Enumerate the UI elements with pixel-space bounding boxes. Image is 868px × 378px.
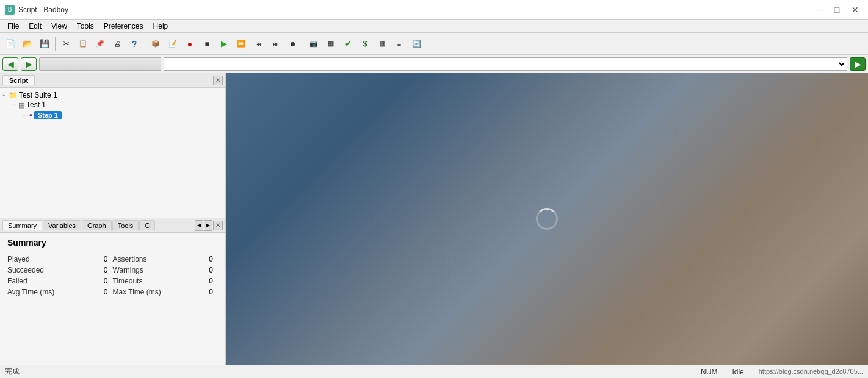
refresh-button[interactable]: 🔄 [408,36,424,52]
save-button[interactable]: 💾 [37,36,52,52]
summary-row-timeouts: Timeouts 0 [113,276,219,287]
expander-test1: − [12,102,18,108]
skip-button[interactable]: ⏭ [267,36,283,52]
new-button[interactable]: 📄 [2,36,18,52]
value-avgtime: 0 [96,288,108,296]
value-maxtime: 0 [201,288,213,296]
summary-row-warnings: Warnings 0 [113,265,219,276]
status-num: NUM [701,368,717,376]
bottom-tabs: Summary Variables Graph Tools C [2,220,156,231]
label-succeeded: Succeeded [7,266,44,274]
toolbar-sep-3 [303,37,303,51]
test1-label: Test 1 [26,101,46,109]
label-warnings: Warnings [113,266,143,274]
record-button[interactable]: ● [182,36,198,52]
tab-tools[interactable]: Tools [112,220,139,231]
value-played: 0 [96,255,108,263]
tab-c[interactable]: C [139,220,155,231]
tab-nav-left[interactable]: ◀ [195,220,203,231]
loading-spinner [536,208,558,230]
item9-button[interactable]: 📦 [148,36,164,52]
play-button[interactable]: ▶ [216,36,232,52]
bottom-panel: Summary Variables Graph Tools C ◀ ▶ ✕ Su… [0,218,225,365]
help-button[interactable]: ? [126,36,142,52]
nav-url-dropdown[interactable] [164,57,847,71]
tab-script[interactable]: Script [2,75,35,85]
label-failed: Failed [7,277,27,285]
dollar-button[interactable]: $ [357,36,373,52]
menu-preferences[interactable]: Preferences [99,21,148,32]
bottom-panel-header: Summary Variables Graph Tools C ◀ ▶ ✕ [0,218,225,233]
go-button[interactable]: ▶ [850,57,866,71]
script-panel-close[interactable]: ✕ [213,76,223,85]
print-button[interactable]: 🖨 [109,36,125,52]
menu-help[interactable]: Help [148,21,173,32]
nav-bar: ◀ ▶ ▶ [0,55,868,73]
maximize-button[interactable]: □ [829,4,845,16]
summary-right: Assertions 0 Warnings 0 Timeouts 0 Max [113,254,219,298]
app-icon: B [5,5,15,15]
tree-item-suite1[interactable]: − 📁 Test Suite 1 [2,90,223,100]
value-warnings: 0 [201,266,213,274]
summary-row-failed: Failed 0 [7,276,113,287]
summary-title: Summary [7,238,218,248]
step1-label[interactable]: Step 1 [34,111,62,119]
toolbar: 📄 📂 💾 ✂ 📋 📌 🖨 ? 📦 📝 ● ■ ▶ ⏩ ⏮ ⏭ ⏺ 📷 ▦ ✔ … [0,33,868,55]
suite1-label: Test Suite 1 [19,91,57,99]
summary-content: Summary Played 0 Succeeded 0 Failed [0,233,225,365]
screenshot-button[interactable]: 📷 [306,36,322,52]
table-button[interactable]: ▦ [374,36,390,52]
menu-tools[interactable]: Tools [72,21,99,32]
tab-variables[interactable]: Variables [43,220,81,231]
close-button[interactable]: ✕ [847,4,863,16]
open-button[interactable]: 📂 [20,36,35,52]
status-right: NUM Idle https://blog.csdn.net/qq_d2c870… [701,368,863,376]
back-button[interactable]: ◀ [2,57,18,71]
tree-item-test1[interactable]: − ▦ Test 1 [2,100,223,110]
folder-icon-suite1: 📁 [9,91,18,99]
menu-file[interactable]: File [2,21,24,32]
item18-button[interactable]: ⏺ [284,36,300,52]
label-maxtime: Max Time (ms) [113,288,161,296]
window-controls: ─ □ ✕ [811,4,863,16]
summary-row-succeeded: Succeeded 0 [7,265,113,276]
script-tab-strip: Script [2,75,35,85]
summary-grid: Played 0 Succeeded 0 Failed 0 Avg Time [7,254,218,298]
check-button[interactable]: ✔ [340,36,356,52]
tab-graph[interactable]: Graph [82,220,112,231]
report-button[interactable]: ≡ [391,36,407,52]
minimize-button[interactable]: ─ [811,4,826,16]
tab-nav-right[interactable]: ▶ [204,220,212,231]
copy-button[interactable]: 📋 [75,36,91,52]
status-left-text: 完成 [5,366,20,377]
menu-edit[interactable]: Edit [24,21,46,32]
item10-button[interactable]: 📝 [165,36,181,52]
status-bar: 完成 NUM Idle https://blog.csdn.net/qq_d2c… [0,365,868,378]
expander-suite1: − [2,92,9,98]
title-bar: B Script - Badboy ─ □ ✕ [0,0,868,20]
menu-bar: File Edit View Tools Preferences Help [0,20,868,33]
value-failed: 0 [96,277,108,285]
paste-button[interactable]: 📌 [92,36,108,52]
bottom-panel-close[interactable]: ✕ [213,221,223,230]
summary-row-assertions: Assertions 0 [113,254,219,265]
nav-input-wrap [39,57,161,71]
forward-button[interactable]: ▶ [21,57,37,71]
window-title: Script - Badboy [18,5,68,14]
test-icon-test1: ▦ [18,101,24,109]
value-succeeded: 0 [96,266,108,274]
tree-item-step1[interactable]: ┄┄ • Step 1 [2,110,223,121]
summary-row-maxtime: Max Time (ms) 0 [113,287,219,298]
fast-forward-button[interactable]: ⏩ [233,36,249,52]
rewind-button[interactable]: ⏮ [250,36,266,52]
menu-view[interactable]: View [46,21,72,32]
label-played: Played [7,255,30,263]
script-tree: − 📁 Test Suite 1 − ▦ Test 1 ┄┄ • Step 1 [0,88,225,218]
step-dashes: ┄┄ [22,112,28,118]
tab-summary[interactable]: Summary [2,220,42,231]
grid-button[interactable]: ▦ [323,36,339,52]
status-idle: Idle [732,368,743,376]
stop-button[interactable]: ■ [199,36,215,52]
nav-search-input[interactable] [40,58,161,70]
cut-button[interactable]: ✂ [58,36,74,52]
